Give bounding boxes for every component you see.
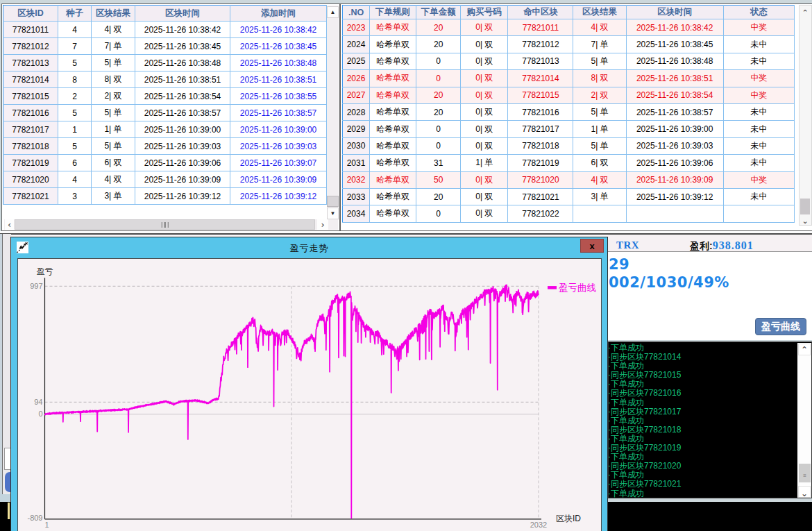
column-header[interactable]: 区块ID [3,6,58,22]
scroll-up-button[interactable]: ⌃ [800,6,811,17]
scroll-down-button[interactable]: ▼ [327,208,339,219]
profit-curve-button[interactable]: 盈亏曲线 [755,318,806,335]
table-cell: 5| 单 [92,55,135,71]
table-row[interactable]: 2034哈希单双00| 双77821022 [343,205,795,222]
table-cell: 7| 单 [92,38,135,55]
orders-table-vscrollbar[interactable]: ⌃ ⌄ [799,5,812,226]
table-cell: 4| 双 [92,171,135,188]
column-header[interactable]: 状态 [723,6,794,19]
close-button[interactable]: x [580,239,604,253]
table-row[interactable]: 7782101522| 双2025-11-26 10:38:542025-11-… [3,88,327,105]
table-cell: 2025-11-26 10:38:45 [230,38,327,55]
column-header[interactable]: .NO [343,6,370,19]
column-header[interactable]: 添加时间 [230,6,327,22]
table-cell: 77821013 [508,53,573,69]
table-cell: 3| 单 [573,188,626,205]
table-cell: 2025-11-26 10:39:12 [626,188,723,205]
y-tick-label: 94 [34,398,42,406]
scroll-left-button[interactable]: ‹ [5,219,14,230]
column-header[interactable]: 区块时间 [135,6,230,22]
y-axis-title: 盈亏 [37,267,53,276]
table-cell: 77821021 [3,188,58,205]
table-cell: 6| 双 [92,155,135,171]
table-row[interactable]: 2023哈希单双200| 双778210114| 双2025-11-26 10:… [343,19,795,36]
table-cell: 20 [416,36,461,53]
vscroll-thumb[interactable] [327,196,339,207]
orders-table-panel: .NO下单规则下单金额购买号码命中区块区块结果区块时间状态 2023哈希单双20… [340,3,812,231]
table-cell: 77821011 [3,22,58,38]
x-tick-label: 1 [45,521,49,529]
table-cell: 2025-11-26 10:39:00 [230,121,327,138]
scroll-up-button[interactable]: ⌃ [798,344,811,355]
table-row[interactable]: 7782101144| 双2025-11-26 10:38:422025-11-… [3,22,327,38]
table-cell: 2| 双 [573,87,626,103]
console-scrollbar[interactable]: ⌃ ≡ ⌄ [797,343,812,498]
triangle-up-icon: ▲ [330,10,336,15]
table-row[interactable]: 2024哈希单双200| 双778210127| 单2025-11-26 10:… [343,36,795,53]
table-cell: 0| 双 [461,87,508,103]
console-scroll-thumb[interactable]: ≡ [799,464,811,482]
scroll-down-button[interactable]: ⌄ [798,486,811,498]
column-header[interactable]: 下单规则 [370,6,416,19]
scroll-down-button[interactable]: ⌄ [800,212,811,224]
scroll-up-button[interactable]: ▲ [327,6,339,18]
column-header[interactable]: 下单金额 [416,6,461,19]
column-header[interactable]: 区块结果 [573,6,626,19]
blocks-table-header: 区块ID种子区块结果区块时间添加时间 [3,6,327,22]
table-cell [723,205,794,222]
table-cell: 50 [416,171,461,188]
table-cell: 2025-11-26 10:39:03 [626,137,723,154]
table-row[interactable]: 2026哈希单双00| 双778210148| 双2025-11-26 10:3… [343,70,795,87]
column-header[interactable]: 命中区块 [508,6,573,19]
table-cell: 2027 [343,87,370,103]
table-cell: 77821016 [3,105,58,121]
table-cell: 77821014 [508,70,573,87]
column-header[interactable]: 区块时间 [626,6,723,19]
table-cell: 77821018 [508,137,573,154]
blocks-table-vscrollbar[interactable]: ▲ ▼ [327,6,339,220]
table-cell: 77821017 [508,121,573,137]
table-row[interactable]: 2028哈希单双200| 双778210165| 单2025-11-26 10:… [343,103,795,120]
table-row[interactable]: 2025哈希单双00| 双778210135| 单2025-11-26 10:3… [343,53,795,69]
table-row[interactable]: 7782101277| 单2025-11-26 10:38:452025-11-… [3,38,327,55]
table-row[interactable]: 7782101966| 双2025-11-26 10:39:062025-11-… [3,155,327,171]
stats-numbers: 29 002/1030/49% [609,255,729,292]
table-cell: 77821012 [508,36,573,53]
blocks-table-hscrollbar[interactable]: ‹ › [4,219,338,230]
table-row[interactable]: 7782101355| 单2025-11-26 10:38:482025-11-… [3,55,327,71]
table-cell: 77821015 [3,88,58,105]
table-cell: 2028 [343,103,370,120]
table-row[interactable]: 7782101655| 单2025-11-26 10:38:572025-11-… [3,105,327,121]
table-cell: 2025-11-26 10:39:00 [135,121,230,138]
table-cell: 2025-11-26 10:38:57 [230,105,327,121]
table-row[interactable]: 2027哈希单双200| 双778210152| 双2025-11-26 10:… [343,87,795,103]
table-row[interactable]: 7782102044| 双2025-11-26 10:39:092025-11-… [3,171,327,188]
table-cell: 77821019 [508,155,573,171]
table-row[interactable]: 2033哈希单双200| 双778210213| 单2025-11-26 10:… [343,188,795,205]
column-header[interactable]: 种子 [58,6,92,22]
table-row[interactable]: 7782102133| 单2025-11-26 10:39:122025-11-… [3,188,327,205]
table-cell: 哈希单双 [370,103,416,120]
table-cell: 2| 双 [92,88,135,105]
profit-label: 盈利: [690,240,713,251]
popup-titlebar[interactable]: 盈亏走势 x [11,237,607,258]
table-cell: 未中 [723,53,794,69]
table-row[interactable]: 7782101855| 单2025-11-26 10:39:032025-11-… [3,138,327,155]
table-row[interactable]: 2029哈希单双00| 双778210171| 单2025-11-26 10:3… [343,121,795,137]
table-cell: 3| 单 [92,188,135,205]
table-row[interactable]: 7782101711| 单2025-11-26 10:39:002025-11-… [3,121,327,138]
table-row[interactable]: 2031哈希单双311| 单778210196| 双2025-11-26 10:… [343,155,795,171]
table-cell: 5 [58,105,92,121]
table-row[interactable]: 2030哈希单双00| 双778210185| 单2025-11-26 10:3… [343,137,795,154]
table-cell: 2025-11-26 10:39:07 [230,155,327,171]
column-header[interactable]: 购买号码 [461,6,508,19]
table-cell: 2025-11-26 10:38:51 [626,70,723,87]
table-cell: 0| 双 [461,188,508,205]
table-row[interactable]: 2032哈希单双500| 双778210204| 双2025-11-26 10:… [343,171,795,188]
table-cell: 哈希单双 [370,155,416,171]
table-row[interactable]: 7782101488| 双2025-11-26 10:38:512025-11-… [3,71,327,88]
table-cell: 2025-11-26 10:38:48 [626,53,723,69]
hscroll-thumb[interactable] [15,219,315,230]
column-header[interactable]: 区块结果 [92,6,135,22]
scroll-right-button[interactable]: › [317,219,328,230]
